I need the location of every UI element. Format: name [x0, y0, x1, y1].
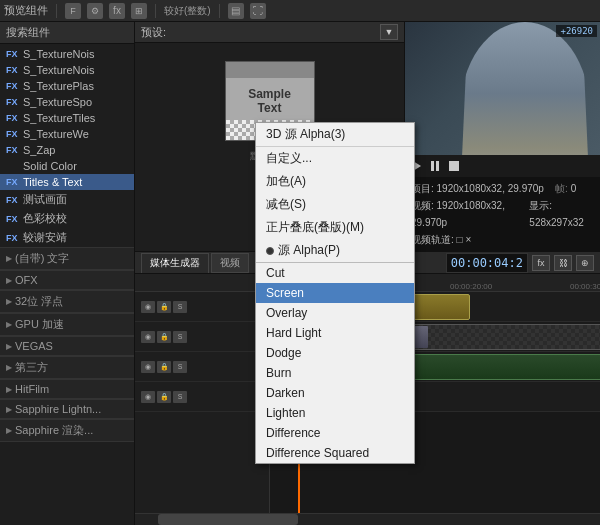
- left-panel-title: 搜索组件: [6, 25, 50, 40]
- list-item[interactable]: FX S_TextureNois: [0, 46, 134, 62]
- track-solo-icon-2[interactable]: S: [173, 331, 187, 343]
- chevron-icon: ▶: [6, 363, 12, 372]
- dropdown-item-add[interactable]: 加色(A): [256, 170, 414, 193]
- fx-badge: FX: [6, 195, 20, 205]
- fx-menu-btn[interactable]: ▼: [380, 24, 398, 40]
- list-item[interactable]: FX S_TextureSpo: [0, 94, 134, 110]
- track-lock-icon-2[interactable]: 🔒: [157, 331, 171, 343]
- dropdown-item-overlay[interactable]: Overlay: [256, 303, 414, 323]
- fx-badge: FX: [6, 49, 20, 59]
- dropdown-item-difference[interactable]: Difference: [256, 423, 414, 443]
- track-icons-3: ◉ 🔒 S: [141, 361, 187, 373]
- timecode-display: 00:00:04:2: [446, 253, 528, 273]
- dropdown-item-label: 正片叠底(叠版)(M): [266, 219, 364, 236]
- pause-button[interactable]: [431, 161, 439, 171]
- track-solo-icon[interactable]: S: [173, 301, 187, 313]
- track-lock-icon-3[interactable]: 🔒: [157, 361, 171, 373]
- group-header-sapphire2[interactable]: ▶ Sapphire 渲染...: [0, 419, 134, 442]
- dropdown-item-label: Overlay: [266, 306, 307, 320]
- group-header-32bit[interactable]: ▶ 32位 浮点: [0, 290, 134, 313]
- dropdown-item-burn[interactable]: Burn: [256, 363, 414, 383]
- track-mute-icon-4[interactable]: ◉: [141, 391, 155, 403]
- group-header-ziband[interactable]: ▶ (自带) 文字: [0, 247, 134, 270]
- toolbar-separator: [56, 4, 57, 18]
- chevron-icon: ▶: [6, 276, 12, 285]
- toolbar-title: 预览组件: [4, 3, 48, 18]
- dropdown-item-3d-alpha[interactable]: 3D 源 Alpha(3): [256, 123, 414, 146]
- group-header-gpu[interactable]: ▶ GPU 加速: [0, 313, 134, 336]
- dropdown-item-dodge[interactable]: Dodge: [256, 343, 414, 363]
- group-header-third[interactable]: ▶ 第三方: [0, 356, 134, 379]
- dropdown-item-source-alpha[interactable]: 源 Alpha(P): [256, 239, 414, 262]
- list-item-selected[interactable]: FX Titles & Text: [0, 174, 134, 190]
- group-header-sapphire[interactable]: ▶ Sapphire Lightn...: [0, 399, 134, 419]
- track-solo-icon-4[interactable]: S: [173, 391, 187, 403]
- track-lock-icon-4[interactable]: 🔒: [157, 391, 171, 403]
- preview-section: 预设: ▼ SampleText 默认文字: [135, 22, 600, 252]
- group-label: HitFilm: [15, 383, 49, 395]
- video-info: 视频: 1920x1080x32, 29.970p: [411, 197, 518, 231]
- group-header-vegas[interactable]: ▶ VEGAS: [0, 336, 134, 356]
- dropdown-item-hard-light[interactable]: Hard Light: [256, 323, 414, 343]
- video-preview-inner: +26920: [405, 22, 600, 155]
- sample-text-display: SampleText: [248, 87, 291, 116]
- toolbar-separator-3: [219, 4, 220, 18]
- dropdown-item-darken[interactable]: Darken: [256, 383, 414, 403]
- dropdown-item-subtract[interactable]: 减色(S): [256, 193, 414, 216]
- list-item[interactable]: Solid Color: [0, 158, 134, 174]
- list-item[interactable]: FX S_TextureNois: [0, 62, 134, 78]
- dropdown-item-screen[interactable]: Screen: [256, 283, 414, 303]
- chevron-icon: ▶: [6, 405, 12, 414]
- grid-icon[interactable]: ⊞: [131, 3, 147, 19]
- tab-media-generator[interactable]: 媒体生成器: [141, 253, 209, 273]
- dropdown-item-label: 减色(S): [266, 196, 306, 213]
- fx-icon[interactable]: F: [65, 3, 81, 19]
- timeline-scrollbar[interactable]: [135, 513, 600, 525]
- list-item[interactable]: FX S_TextureTiles: [0, 110, 134, 126]
- track-label-4: ◉ 🔒 S: [135, 382, 269, 412]
- fx-panel-title: 预设:: [141, 25, 166, 40]
- list-item[interactable]: FX S_TexturePlas: [0, 78, 134, 94]
- dropdown-item-label: Burn: [266, 366, 291, 380]
- group-header-ofx[interactable]: ▶ OFX: [0, 270, 134, 290]
- track-solo-icon-3[interactable]: S: [173, 361, 187, 373]
- video-controls: [405, 155, 600, 177]
- tc-btn-fx[interactable]: fx: [532, 255, 550, 271]
- track-mute-icon-2[interactable]: ◉: [141, 331, 155, 343]
- stop-button[interactable]: [449, 161, 459, 171]
- list-item[interactable]: FX 色彩校校: [0, 209, 134, 228]
- list-item[interactable]: FX 测试画面: [0, 190, 134, 209]
- fx-badge: FX: [6, 113, 20, 123]
- project-info: 项目: 1920x1080x32, 29.970p: [411, 180, 544, 197]
- menu-icon[interactable]: ▤: [228, 3, 244, 19]
- left-panel: 搜索组件 FX S_TextureNois FX S_TextureNois F…: [0, 22, 135, 525]
- dropdown-item-multiply[interactable]: 正片叠底(叠版)(M): [256, 216, 414, 239]
- dropdown-item-lighten[interactable]: Lighten: [256, 403, 414, 423]
- list-item[interactable]: FX S_Zap: [0, 142, 134, 158]
- track-mute-icon-3[interactable]: ◉: [141, 361, 155, 373]
- tc-btn-mix[interactable]: ⊕: [576, 255, 594, 271]
- group-label: (自带) 文字: [15, 251, 69, 266]
- chevron-icon: ▶: [6, 426, 12, 435]
- dropdown-item-label: Hard Light: [266, 326, 321, 340]
- settings-icon[interactable]: ⚙: [87, 3, 103, 19]
- list-item[interactable]: FX S_TextureWe: [0, 126, 134, 142]
- list-item[interactable]: FX 较谢安靖: [0, 228, 134, 247]
- dropdown-item-difference-squared[interactable]: Difference Squared: [256, 443, 414, 463]
- item-label: S_Zap: [23, 144, 55, 156]
- formula-icon[interactable]: fx: [109, 3, 125, 19]
- tab-video[interactable]: 视频: [211, 253, 249, 273]
- main-layout: 搜索组件 FX S_TextureNois FX S_TextureNois F…: [0, 22, 600, 525]
- track-lock-icon[interactable]: 🔒: [157, 301, 171, 313]
- tc-btn-chain[interactable]: ⛓: [554, 255, 572, 271]
- dropdown-item-cut[interactable]: Cut: [256, 262, 414, 283]
- track-mute-icon[interactable]: ◉: [141, 301, 155, 313]
- vd-row-video: 视频: 1920x1080x32, 29.970p 显示: 528x297x32: [411, 197, 594, 231]
- expand-icon[interactable]: ⛶: [250, 3, 266, 19]
- group-label: Sapphire Lightn...: [15, 403, 101, 415]
- dropdown-item-custom[interactable]: 自定义...: [256, 146, 414, 170]
- group-header-hitfilm[interactable]: ▶ HitFilm: [0, 379, 134, 399]
- video-preview: +26920 项目: 1920x1080x32, 29.970p: [405, 22, 600, 251]
- blend-mode-dropdown: 3D 源 Alpha(3) 自定义... 加色(A) 减色(S) 正片叠底(叠版…: [255, 122, 415, 464]
- item-label: 色彩校校: [23, 211, 67, 226]
